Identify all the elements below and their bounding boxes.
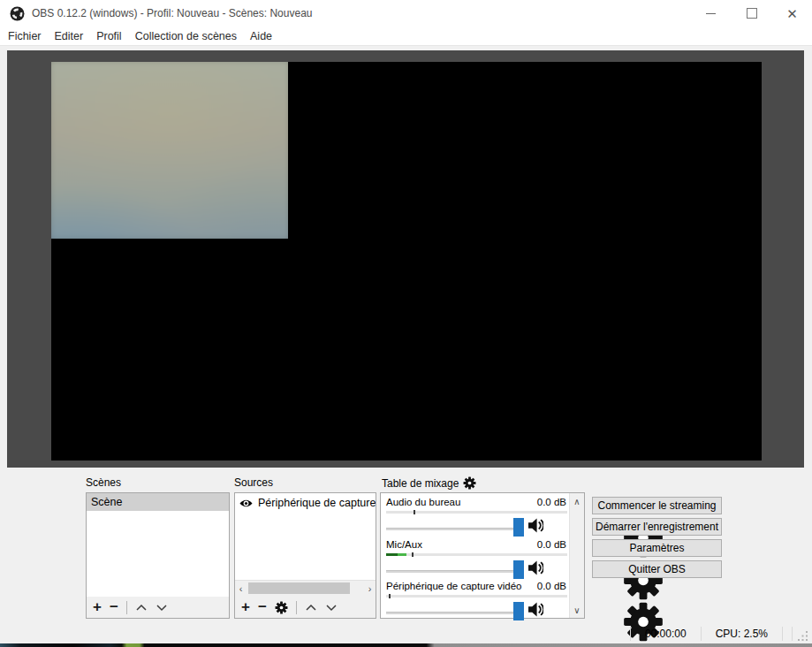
volume-slider[interactable] xyxy=(386,600,515,621)
remove-source-button[interactable]: − xyxy=(258,599,267,614)
move-source-up-button[interactable] xyxy=(305,604,317,612)
maximize-button[interactable] xyxy=(732,0,771,27)
sources-panel: Périphérique de capture vid ‹ › + − xyxy=(234,492,376,619)
move-source-down-button[interactable] xyxy=(325,604,338,612)
scenes-panel-label: Scènes xyxy=(86,476,121,489)
slider-track xyxy=(386,612,515,614)
source-name: Périphérique de capture vid xyxy=(258,497,376,509)
peak-tick xyxy=(389,594,391,598)
title-bar[interactable]: OBS 0.12.2 (windows) - Profil: Nouveau -… xyxy=(0,0,812,27)
toolbar-separator xyxy=(126,601,127,614)
close-icon: ✕ xyxy=(786,7,798,20)
quit-obs-button[interactable]: Quitter OBS xyxy=(592,560,722,578)
volume-slider[interactable] xyxy=(386,559,515,580)
sources-toolbar: + − xyxy=(235,597,376,618)
mixer-channel-name: Audio du bureau xyxy=(386,497,460,508)
scroll-left-icon[interactable]: ‹ xyxy=(235,581,247,597)
resize-grip[interactable] xyxy=(798,631,808,642)
sources-panel-label: Sources xyxy=(234,476,273,489)
start-streaming-button[interactable]: Commencer le streaming xyxy=(592,497,722,514)
menu-collection-de-scenes[interactable]: Collection de scènes xyxy=(135,30,237,42)
close-button[interactable]: ✕ xyxy=(772,0,812,27)
source-list-item[interactable]: Périphérique de capture vid xyxy=(235,493,376,513)
speaker-icon[interactable] xyxy=(527,518,543,533)
start-recording-button[interactable]: Démarrer l'enregistrement xyxy=(592,518,722,536)
volume-slider-handle[interactable] xyxy=(513,602,524,620)
menu-profil[interactable]: Profil xyxy=(96,30,121,42)
scrollbar-thumb[interactable] xyxy=(248,582,350,594)
mixer-channel-level: 0.0 dB xyxy=(537,497,566,508)
window-title: OBS 0.12.2 (windows) - Profil: Nouveau -… xyxy=(32,0,312,27)
volume-meter xyxy=(386,553,567,556)
mixer-channel: Audio du bureau 0.0 dB xyxy=(381,497,570,538)
minimize-icon xyxy=(706,13,716,14)
speaker-icon[interactable] xyxy=(527,602,543,617)
menu-aide[interactable]: Aide xyxy=(250,30,272,42)
menu-fichier[interactable]: Fichier xyxy=(8,30,42,42)
maximize-icon xyxy=(747,8,757,19)
scene-list-item[interactable]: Scène xyxy=(87,493,229,511)
mixer-settings-gear-icon[interactable] xyxy=(463,476,476,490)
visibility-eye-icon[interactable] xyxy=(239,499,253,508)
scroll-right-icon[interactable]: › xyxy=(364,581,376,597)
sources-horizontal-scrollbar[interactable]: ‹ › xyxy=(235,580,376,597)
volume-slider-handle[interactable] xyxy=(513,518,524,537)
move-scene-down-button[interactable] xyxy=(156,604,168,612)
mixer-channel-level: 0.0 dB xyxy=(537,581,566,592)
peak-tick xyxy=(412,552,414,557)
scroll-down-icon[interactable]: ∨ xyxy=(570,603,584,617)
scenes-panel: Scène + − xyxy=(86,492,230,619)
source-properties-gear-icon[interactable] xyxy=(275,601,288,614)
speaker-icon[interactable] xyxy=(527,560,543,575)
recording-time: 00:00:00 xyxy=(631,628,701,640)
status-bar: 00:00:00 CPU: 2.5% xyxy=(0,624,812,643)
mixer-vertical-scrollbar[interactable]: ∧ ∨ xyxy=(569,493,584,618)
mixer-panel-label: Table de mixage xyxy=(382,476,476,490)
obs-window: OBS 0.12.2 (windows) - Profil: Nouveau -… xyxy=(0,0,812,647)
volume-meter xyxy=(386,511,567,514)
mixer-panel: Audio du bureau 0.0 dB Mic/Aux 0.0 dB xyxy=(380,492,585,619)
add-source-button[interactable]: + xyxy=(241,599,250,614)
mixer-channel: Périphérique de capture vidéo 0.0 dB xyxy=(381,581,570,622)
video-capture-preview[interactable] xyxy=(51,62,288,239)
menu-bar: Fichier Editer Profil Collection de scèn… xyxy=(0,27,812,46)
move-scene-up-button[interactable] xyxy=(135,604,148,612)
toolbar-separator xyxy=(296,601,297,614)
minimize-button[interactable] xyxy=(691,0,731,27)
scenes-toolbar: + − xyxy=(87,597,229,618)
scroll-up-icon[interactable]: ∧ xyxy=(570,494,584,508)
remove-scene-button[interactable]: − xyxy=(110,599,118,614)
mixer-channel: Mic/Aux 0.0 dB xyxy=(381,539,570,581)
obs-logo-icon xyxy=(10,6,25,21)
volume-slider-handle[interactable] xyxy=(513,560,524,579)
statusbar-separator xyxy=(792,627,793,641)
mixer-channel-name: Mic/Aux xyxy=(386,539,422,551)
volume-slider[interactable] xyxy=(386,516,515,537)
mixer-channel-level: 0.0 dB xyxy=(537,539,566,551)
menu-editer[interactable]: Editer xyxy=(55,30,84,42)
peak-tick xyxy=(414,510,415,514)
slider-track xyxy=(386,528,515,530)
add-scene-button[interactable]: + xyxy=(93,599,102,614)
volume-meter xyxy=(386,595,567,598)
preview-area[interactable] xyxy=(7,50,804,468)
settings-button[interactable]: Paramètres xyxy=(592,539,722,557)
cpu-usage: CPU: 2.5% xyxy=(702,628,782,640)
mixer-channel-name: Périphérique de capture vidéo xyxy=(386,581,521,592)
statusbar-separator xyxy=(782,627,783,641)
scene-canvas[interactable] xyxy=(51,62,762,461)
slider-track xyxy=(386,570,515,573)
webcam-image xyxy=(51,62,288,239)
desktop-edge-strip xyxy=(0,643,812,647)
